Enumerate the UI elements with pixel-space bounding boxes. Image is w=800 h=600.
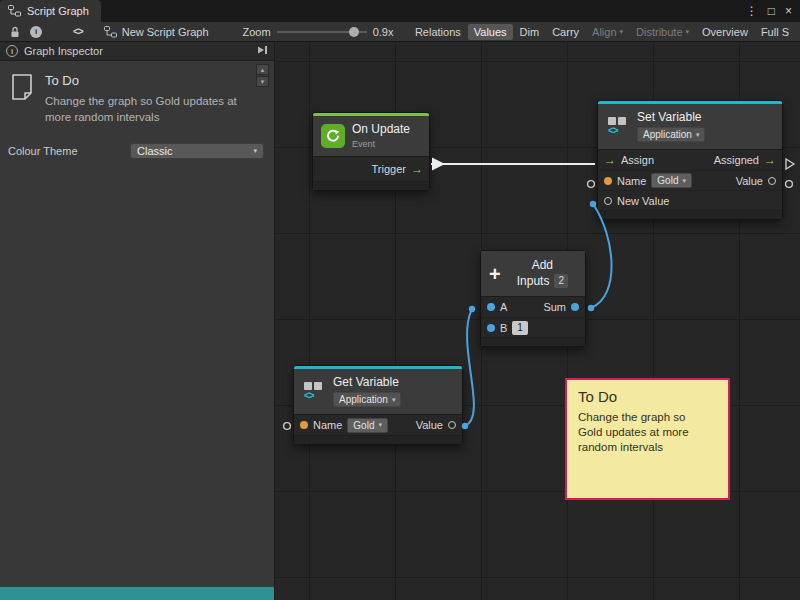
tab-script-graph[interactable]: Script Graph — [0, 0, 101, 22]
wire-endpoint — [588, 305, 594, 311]
sum-output-port[interactable] — [571, 303, 579, 311]
graph-file-icon — [104, 26, 117, 38]
close-icon[interactable]: × — [785, 4, 792, 18]
trigger-port-label: Trigger — [372, 163, 406, 175]
b-value-field[interactable]: 1 — [512, 321, 528, 335]
graph-inspector-panel: i Graph Inspector ▲ ▼ To Do Change the g… — [0, 42, 275, 600]
chevron-down-icon: ▾ — [686, 28, 690, 36]
window-controls: ⋮ □ × — [746, 4, 800, 18]
b-input-port[interactable] — [487, 324, 495, 332]
sticky-note-text[interactable]: Change the graph so Gold updates at more… — [578, 410, 706, 456]
variable-name-dropdown[interactable]: Gold ▾ — [651, 173, 692, 188]
node-title: Set Variable — [637, 111, 705, 124]
connection-value-a[interactable] — [465, 309, 474, 426]
add-icon: + — [489, 265, 501, 283]
a-input-port[interactable] — [487, 303, 495, 311]
value-output-port[interactable] — [768, 177, 776, 185]
window-menu-icon[interactable]: ⋮ — [746, 4, 758, 18]
zoom-slider[interactable] — [277, 26, 367, 38]
colour-theme-row: Colour Theme Classic ▾ — [8, 143, 264, 159]
chevron-down-icon: ▾ — [682, 177, 686, 185]
inspector-header: i Graph Inspector — [0, 42, 274, 61]
edit-code-icon[interactable]: <> — [73, 26, 83, 37]
chevron-down-icon: ▾ — [253, 147, 257, 155]
value-port-label: Value — [736, 175, 763, 187]
assigned-output-edge-port[interactable] — [786, 159, 794, 169]
node-get-variable[interactable]: <> Get Variable Application ▾ Name Gold … — [293, 365, 463, 445]
node-title: Add — [532, 259, 553, 272]
new-value-input-port[interactable] — [604, 197, 612, 205]
name-input-port[interactable] — [604, 177, 612, 185]
sticky-note-title[interactable]: To Do — [578, 388, 717, 405]
carry-button[interactable]: Carry — [546, 24, 585, 40]
assign-input-port[interactable]: → — [604, 154, 616, 166]
graph-toolbar: i <> New Script Graph Zoom 0.9x Relation… — [0, 22, 800, 42]
chevron-down-icon: ▾ — [696, 131, 700, 139]
script-graph-icon — [8, 5, 21, 17]
align-button[interactable]: Align ▾ — [586, 24, 629, 40]
relations-button[interactable]: Relations — [409, 24, 467, 40]
chevron-down-icon: ▾ — [378, 421, 382, 429]
b-port-label: B — [500, 322, 507, 334]
node-set-variable[interactable]: <> Set Variable Application ▾ → Assign A… — [597, 100, 783, 220]
tab-title: Script Graph — [27, 5, 89, 17]
maximize-icon[interactable]: □ — [768, 4, 775, 18]
input-count-badge[interactable]: 2 — [554, 274, 568, 288]
inspector-scrollbar: ▲ ▼ — [256, 64, 269, 87]
toolbar-button-group: Relations Values Dim Carry Align ▾ Distr… — [409, 24, 795, 40]
node-on-update[interactable]: On Update Event Trigger → — [312, 112, 430, 191]
new-value-port-label: New Value — [617, 195, 669, 207]
trigger-output-port[interactable]: → — [411, 163, 423, 175]
fullscreen-button[interactable]: Full S — [755, 24, 795, 40]
values-button[interactable]: Values — [468, 24, 513, 40]
assigned-port-label: Assigned — [714, 154, 759, 166]
name-input-port[interactable] — [300, 421, 308, 429]
zoom-slider-handle[interactable] — [349, 27, 359, 37]
dim-button[interactable]: Dim — [514, 24, 546, 40]
variable-icon: <> — [606, 116, 630, 138]
lock-icon[interactable] — [10, 26, 20, 38]
info-icon[interactable]: i — [30, 26, 42, 38]
node-title: On Update — [352, 123, 410, 136]
sticky-note[interactable]: To Do Change the graph so Gold updates a… — [565, 378, 730, 500]
sticky-note-icon — [10, 73, 34, 101]
assigned-output-port[interactable]: → — [764, 154, 776, 166]
value-port-label: Value — [416, 419, 443, 431]
wire-endpoint — [590, 201, 596, 207]
overview-button[interactable]: Overview — [696, 24, 754, 40]
panel-bottom-accent — [0, 587, 274, 600]
a-port-label: A — [500, 301, 507, 313]
value-output-port[interactable] — [448, 421, 456, 429]
variable-scope-dropdown[interactable]: Application ▾ — [637, 127, 705, 142]
scroll-up-icon[interactable]: ▲ — [256, 64, 269, 75]
distribute-button[interactable]: Distribute ▾ — [630, 24, 695, 40]
zoom-label: Zoom — [243, 26, 271, 38]
name-input-edge-port[interactable] — [588, 181, 595, 188]
scroll-down-icon[interactable]: ▼ — [256, 76, 269, 87]
variable-icon: <> — [302, 381, 326, 403]
window-tab-bar: Script Graph ⋮ □ × — [0, 0, 800, 22]
value-output-edge-port[interactable] — [786, 181, 793, 188]
zoom-value: 0.9x — [373, 26, 394, 38]
chevron-down-icon: ▾ — [392, 396, 396, 404]
graph-name-label[interactable]: New Script Graph — [122, 26, 209, 38]
node-title: Get Variable — [333, 376, 401, 389]
variable-name-dropdown[interactable]: Gold ▾ — [347, 418, 388, 433]
node-add[interactable]: + Add Inputs 2 A Sum B 1 — [480, 250, 586, 347]
on-update-event-icon — [321, 124, 345, 148]
connection-arrowhead-icon — [432, 158, 445, 171]
dock-icon[interactable] — [257, 45, 268, 57]
node-subtitle: Event — [352, 139, 410, 149]
variable-scope-dropdown[interactable]: Application ▾ — [333, 392, 401, 407]
chevron-down-icon: ▾ — [620, 28, 624, 36]
inspector-title: Graph Inspector — [24, 45, 103, 57]
note-title-field[interactable]: To Do — [45, 73, 245, 88]
note-text-field[interactable]: Change the graph so Gold updates at more… — [45, 94, 245, 125]
assign-port-label: Assign — [621, 154, 654, 166]
name-input-edge-port[interactable] — [284, 423, 291, 430]
colour-theme-dropdown[interactable]: Classic ▾ — [130, 143, 264, 159]
info-icon: i — [6, 45, 18, 57]
graph-canvas[interactable]: On Update Event Trigger → <> Set Variabl… — [275, 42, 800, 600]
sum-port-label: Sum — [543, 301, 566, 313]
inspector-note-block: To Do Change the graph so Gold updates a… — [0, 61, 274, 125]
